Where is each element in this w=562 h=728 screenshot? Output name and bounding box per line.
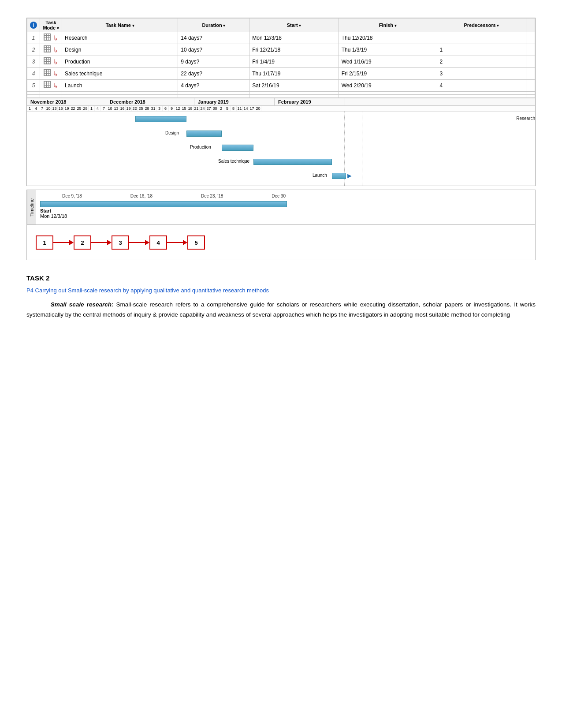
bar-label: Sales technique xyxy=(218,159,249,164)
dep-node-5: 5 xyxy=(187,235,205,250)
gantt-project-section: i TaskMode Task Name Duration Start Fini… xyxy=(26,18,536,186)
info-icon: i xyxy=(30,22,37,29)
finish-cell: Wed 2/20/19 xyxy=(339,80,437,92)
day-cell: 24 xyxy=(200,106,206,111)
finish-cell: Thu 12/20/18 xyxy=(339,32,437,44)
dep-arrow-1-2 xyxy=(53,240,74,245)
task2-subtitle[interactable]: P4 Carrying out Small-scale research by … xyxy=(26,287,536,294)
arrow-line xyxy=(53,242,69,243)
day-cell: 10 xyxy=(45,106,52,111)
grid-icon xyxy=(44,81,51,88)
day-cell: 2 xyxy=(218,106,224,111)
extra-cell xyxy=(526,80,535,92)
day-cell: 13 xyxy=(113,106,119,111)
duration-header[interactable]: Duration xyxy=(178,19,249,32)
task-mode-cell: ↳ xyxy=(40,80,62,92)
day-cell: 18 xyxy=(187,106,194,111)
empty-cell xyxy=(339,92,437,95)
day-cell: 4 xyxy=(95,106,101,111)
day-cell: 28 xyxy=(144,106,150,111)
row-number: 4 xyxy=(27,68,40,80)
dep-node-1: 1 xyxy=(36,235,53,250)
bar-label: Design xyxy=(165,131,179,135)
day-cell: 8 xyxy=(231,106,237,111)
month-november: November 2018 xyxy=(27,98,106,105)
table-row: 5 ↳ Launch 4 days? Sat 2/16/19 Wed 2/20/… xyxy=(27,80,535,92)
dependency-section: 1 2 3 4 5 xyxy=(26,225,536,260)
timeline-start-section: Start Mon 12/3/18 xyxy=(36,208,535,219)
timeline-dates-row: Dec 9, '18 Dec 16, '18 Dec 23, '18 Dec 3… xyxy=(36,194,535,198)
mode-icon: ↳ xyxy=(52,70,58,78)
row-number: 1 xyxy=(27,32,40,44)
day-cell: 7 xyxy=(39,106,45,111)
finish-header[interactable]: Finish xyxy=(339,19,437,32)
bar-row-launch: Launch ► xyxy=(27,170,535,182)
predecessors-cell: 4 xyxy=(437,80,526,92)
dep-node-2: 2 xyxy=(74,235,91,250)
arrow-line xyxy=(91,242,107,243)
arrow-head xyxy=(183,240,187,245)
empty-cell xyxy=(40,92,62,95)
task-mode-header[interactable]: TaskMode xyxy=(40,19,62,32)
timeline-date: Dec 16, '18 xyxy=(130,194,153,198)
timeline-date: Dec 23, '18 xyxy=(201,194,223,198)
empty-cell xyxy=(339,95,437,98)
table-row: 2 ↳ Design 10 days? Fri 12/21/18 Thu 1/3… xyxy=(27,44,535,56)
duration-cell: 22 days? xyxy=(178,68,249,80)
start-cell: Thu 1/17/19 xyxy=(249,68,339,80)
gantt-bar-sales xyxy=(253,159,332,165)
extra-cell xyxy=(526,68,535,80)
task-mode-cell: ↳ xyxy=(40,68,62,80)
grid-icon xyxy=(44,57,51,64)
day-cell: 10 xyxy=(107,106,113,111)
empty-cell xyxy=(437,95,526,98)
empty-cell xyxy=(249,95,339,98)
empty-cell xyxy=(249,92,339,95)
empty-cell xyxy=(437,92,526,95)
empty-cell xyxy=(62,95,178,98)
month-headers: November 2018 December 2018 January 2019… xyxy=(27,98,535,106)
arrow-line xyxy=(129,242,145,243)
duration-cell: 4 days? xyxy=(178,80,249,92)
timeline-content: Dec 9, '18 Dec 16, '18 Dec 23, '18 Dec 3… xyxy=(36,190,535,224)
day-cell: 16 xyxy=(119,106,126,111)
start-header[interactable]: Start xyxy=(249,19,339,32)
predecessors-cell: 3 xyxy=(437,68,526,80)
month-december: December 2018 xyxy=(106,98,194,105)
row-number: 2 xyxy=(27,44,40,56)
gantt-bar-launch xyxy=(332,173,346,179)
task-mode-cell: ↳ xyxy=(40,44,62,56)
day-cell: 25 xyxy=(76,106,82,111)
predecessors-header[interactable]: Predecessors xyxy=(437,19,526,32)
day-cell: 15 xyxy=(181,106,187,111)
task-mode-cell: ↳ xyxy=(40,32,62,44)
row-number: 5 xyxy=(27,80,40,92)
day-cell: 5 xyxy=(224,106,231,111)
mode-icon: ↳ xyxy=(52,58,58,66)
day-cell: 13 xyxy=(52,106,58,111)
day-cell: 4 xyxy=(33,106,39,111)
gantt-bar-production xyxy=(222,145,253,151)
bar-label: Launch xyxy=(313,173,327,178)
task-name-cell: Design xyxy=(62,44,178,56)
dependency-chain: 1 2 3 4 5 xyxy=(36,235,526,250)
task-name-cell: Sales technique xyxy=(62,68,178,80)
extra-cell xyxy=(526,44,535,56)
day-cell: 7 xyxy=(101,106,107,111)
task-name-header[interactable]: Task Name xyxy=(62,19,178,32)
arrow-head xyxy=(69,240,74,245)
day-cell: 22 xyxy=(70,106,76,111)
table-row-empty xyxy=(27,92,535,95)
predecessors-cell: 2 xyxy=(437,56,526,68)
bar-row-sales: Sales technique xyxy=(27,156,535,168)
duration-cell: 9 days? xyxy=(178,56,249,68)
empty-cell xyxy=(526,95,535,98)
timeline-date: Dec 9, '18 xyxy=(62,194,82,198)
empty-cell xyxy=(178,95,249,98)
task-name-cell: Research xyxy=(62,32,178,44)
table-row: 3 ↳ Production 9 days? Fri 1/4/19 Wed 1/… xyxy=(27,56,535,68)
dep-arrow-3-4 xyxy=(129,240,149,245)
gantt-table: i TaskMode Task Name Duration Start Fini… xyxy=(27,18,535,98)
day-cell: 28 xyxy=(82,106,89,111)
duration-cell: 10 days? xyxy=(178,44,249,56)
